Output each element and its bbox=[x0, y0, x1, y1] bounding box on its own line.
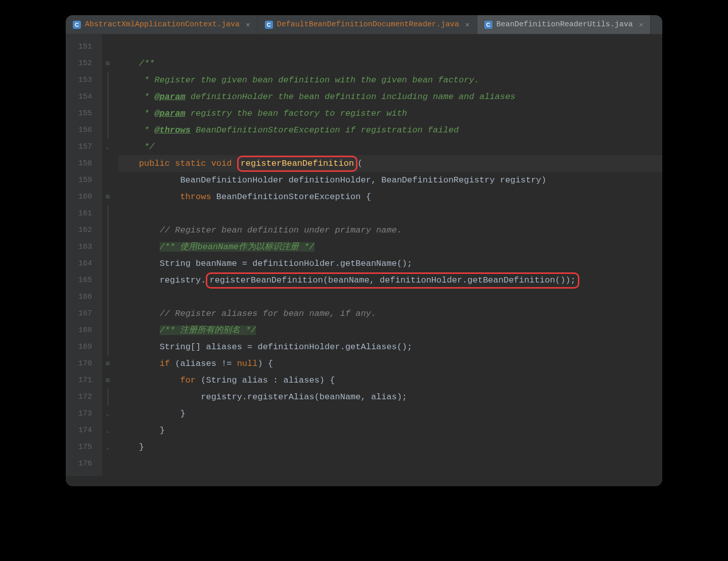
fold-line bbox=[102, 322, 113, 339]
fold-marker bbox=[102, 38, 113, 55]
code-line: /** bbox=[118, 55, 662, 72]
line-number: 160 bbox=[66, 189, 102, 205]
line-number: 151 bbox=[66, 38, 102, 55]
tab-bar: C AbstractXmlApplicationContext.java × C… bbox=[66, 15, 662, 34]
fold-close-icon[interactable]: ⌞ bbox=[102, 439, 113, 455]
line-number: 163 bbox=[66, 239, 102, 255]
code-content[interactable]: /** * Register the given bean definition… bbox=[113, 34, 662, 476]
tab-abstract-xml[interactable]: C AbstractXmlApplicationContext.java × bbox=[66, 15, 258, 34]
line-number: 167 bbox=[66, 305, 102, 322]
code-line: registry.registerBeanDefinition(beanName… bbox=[118, 272, 662, 289]
close-icon[interactable]: × bbox=[639, 20, 644, 29]
code-line bbox=[118, 289, 662, 305]
line-number: 165 bbox=[66, 272, 102, 289]
line-number: 173 bbox=[66, 405, 102, 422]
line-number: 166 bbox=[66, 289, 102, 305]
fold-strip: ⊟ ⌞ ⊟ ⊟ ⊟ ⌞ ⌞ ⌞ bbox=[102, 34, 113, 476]
code-line: * @param registry the bean factory to re… bbox=[118, 105, 662, 122]
code-line bbox=[118, 205, 662, 222]
code-line: registry.registerAlias(beanName, alias); bbox=[118, 389, 662, 405]
code-line: * Register the given bean definition wit… bbox=[118, 72, 662, 88]
code-line: BeanDefinitionHolder definitionHolder, B… bbox=[118, 172, 662, 189]
code-line-highlighted: public static void registerBeanDefinitio… bbox=[118, 155, 662, 172]
java-class-icon: C bbox=[73, 21, 81, 29]
fold-line bbox=[102, 289, 113, 305]
line-number: 168 bbox=[66, 322, 102, 339]
line-number: 153 bbox=[66, 72, 102, 88]
code-area: 151 152 153 154 155 156 157 158 159 160 … bbox=[66, 34, 662, 486]
line-number: 170 bbox=[66, 355, 102, 372]
line-number: 152 bbox=[66, 55, 102, 72]
fold-line bbox=[102, 205, 113, 222]
code-line: // Register aliases for bean name, if an… bbox=[118, 305, 662, 322]
highlight-call: registerBeanDefinition(beanName, definit… bbox=[206, 272, 579, 289]
fold-marker bbox=[102, 172, 113, 189]
code-line: /** 注册所有的别名 */ bbox=[118, 322, 662, 339]
code-line: } bbox=[118, 439, 662, 455]
code-line: String beanName = definitionHolder.getBe… bbox=[118, 255, 662, 272]
fold-line bbox=[102, 72, 113, 88]
line-number: 171 bbox=[66, 372, 102, 389]
fold-marker bbox=[102, 155, 113, 172]
fold-line bbox=[102, 339, 113, 355]
tab-bean-definition-reader[interactable]: C BeanDefinitionReaderUtils.java × bbox=[477, 15, 651, 34]
code-line: // Register bean definition under primar… bbox=[118, 222, 662, 239]
line-number: 157 bbox=[66, 138, 102, 155]
fold-line bbox=[102, 305, 113, 322]
code-line: if (aliases != null) { bbox=[118, 355, 662, 372]
tab-default-bean[interactable]: C DefaultBeanDefinitionDocumentReader.ja… bbox=[258, 15, 477, 34]
fold-open-icon[interactable]: ⊟ bbox=[102, 372, 113, 389]
java-class-icon: C bbox=[265, 21, 273, 29]
fold-line bbox=[102, 239, 113, 255]
line-number-gutter: 151 152 153 154 155 156 157 158 159 160 … bbox=[66, 34, 102, 476]
fold-line bbox=[102, 105, 113, 122]
fold-line bbox=[102, 255, 113, 272]
fold-line bbox=[102, 122, 113, 138]
line-number: 169 bbox=[66, 339, 102, 355]
close-icon[interactable]: × bbox=[246, 20, 250, 29]
line-number: 172 bbox=[66, 389, 102, 405]
fold-line bbox=[102, 222, 113, 239]
code-line: for (String alias : aliases) { bbox=[118, 372, 662, 389]
line-number: 175 bbox=[66, 439, 102, 455]
code-line bbox=[118, 38, 662, 55]
line-number: 164 bbox=[66, 255, 102, 272]
code-line: String[] aliases = definitionHolder.getA… bbox=[118, 339, 662, 355]
code-line: * @throws BeanDefinitionStoreException i… bbox=[118, 122, 662, 138]
tab-label: DefaultBeanDefinitionDocumentReader.java bbox=[277, 20, 459, 29]
tab-label: AbstractXmlApplicationContext.java bbox=[85, 20, 240, 29]
fold-open-icon[interactable]: ⊟ bbox=[102, 355, 113, 372]
code-line: * @param definitionHolder the bean defin… bbox=[118, 88, 662, 105]
line-number: 159 bbox=[66, 172, 102, 189]
code-line: throws BeanDefinitionStoreException { bbox=[118, 189, 662, 205]
line-number: 161 bbox=[66, 205, 102, 222]
fold-open-icon[interactable]: ⊟ bbox=[102, 189, 113, 205]
code-line bbox=[118, 455, 662, 472]
fold-marker bbox=[102, 455, 113, 472]
fold-open-icon[interactable]: ⊟ bbox=[102, 55, 113, 72]
close-icon[interactable]: × bbox=[465, 20, 470, 29]
code-line: } bbox=[118, 422, 662, 439]
code-line: /** 使用beanName作为以标识注册 */ bbox=[118, 239, 662, 255]
editor-window: C AbstractXmlApplicationContext.java × C… bbox=[66, 15, 662, 486]
line-number: 155 bbox=[66, 105, 102, 122]
code-line: } bbox=[118, 405, 662, 422]
highlight-method-name: registerBeanDefinition bbox=[237, 156, 357, 172]
line-number: 174 bbox=[66, 422, 102, 439]
line-number: 154 bbox=[66, 88, 102, 105]
java-class-icon: C bbox=[484, 21, 492, 29]
tab-label: BeanDefinitionReaderUtils.java bbox=[496, 20, 633, 29]
line-number: 156 bbox=[66, 122, 102, 138]
fold-close-icon[interactable]: ⌞ bbox=[102, 422, 113, 439]
code-line: */ bbox=[118, 138, 662, 155]
line-number: 158 bbox=[66, 155, 102, 172]
line-number: 162 bbox=[66, 222, 102, 239]
fold-line bbox=[102, 272, 113, 289]
line-number: 176 bbox=[66, 455, 102, 472]
fold-close-icon[interactable]: ⌞ bbox=[102, 405, 113, 422]
fold-close-icon[interactable]: ⌞ bbox=[102, 138, 113, 155]
fold-line bbox=[102, 88, 113, 105]
fold-line bbox=[102, 389, 113, 405]
